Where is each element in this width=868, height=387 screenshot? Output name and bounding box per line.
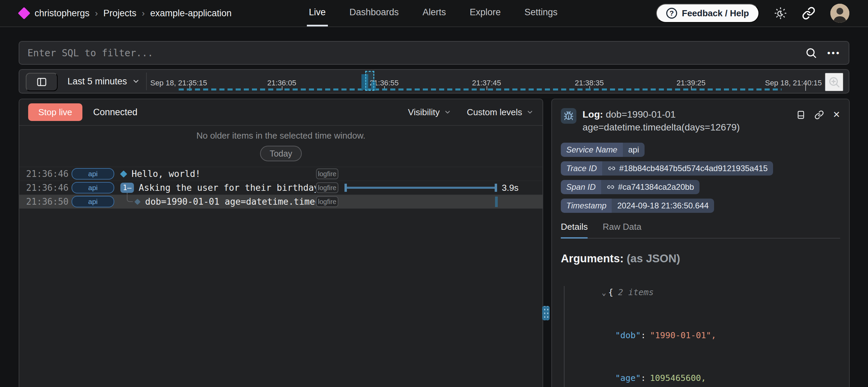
live-panel-header: Stop live Connected Visibility Custom le… bbox=[19, 99, 542, 126]
duration-zone bbox=[340, 195, 542, 208]
service-tag[interactable]: api bbox=[72, 196, 114, 207]
log-rows: 21:36:46 api Hello, world! logfire 21:36… bbox=[19, 167, 542, 209]
logfire-app: christophergs › Projects › example-appli… bbox=[0, 0, 868, 387]
timestamp-pill: Timestamp 2024-09-18 21:36:50.644 bbox=[561, 199, 714, 213]
span-collapse-badge[interactable]: 1– bbox=[120, 183, 134, 193]
pill-label: Service Name bbox=[561, 143, 623, 157]
duration-zone bbox=[340, 167, 542, 181]
trace-id-pill[interactable]: Trace ID #18b84cb4847b5d574c4ad9121935a4… bbox=[561, 161, 773, 176]
tab-details[interactable]: Details bbox=[561, 222, 588, 239]
breadcrumb-projects[interactable]: Projects bbox=[103, 8, 137, 19]
log-timestamp: 21:36:50 bbox=[26, 197, 72, 207]
chevron-down-icon bbox=[132, 77, 140, 85]
feedback-help-button[interactable]: ? Feedback / Help bbox=[656, 4, 759, 23]
pill-label: Trace ID bbox=[561, 161, 602, 176]
time-range-select[interactable]: Last 5 minutes bbox=[67, 70, 140, 93]
json-key: "age" bbox=[615, 373, 640, 383]
pill-label: Span ID bbox=[561, 180, 601, 194]
log-instant-tick[interactable] bbox=[495, 197, 498, 207]
service-name-pill: Service Name api bbox=[561, 143, 645, 157]
sql-filter-bar: ••• bbox=[19, 41, 849, 65]
service-tag[interactable]: api bbox=[72, 168, 114, 180]
service-tag[interactable]: api bbox=[72, 182, 114, 194]
visibility-dropdown[interactable]: Visibility bbox=[408, 107, 451, 118]
pill-label: Timestamp bbox=[561, 199, 612, 213]
json-open-brace: { bbox=[608, 287, 613, 297]
json-entry: "age":1095465600, bbox=[561, 357, 840, 387]
log-message: Hello, world! bbox=[132, 169, 201, 179]
timeline-selection-window[interactable] bbox=[365, 71, 374, 91]
tab-live[interactable]: Live bbox=[307, 0, 328, 26]
log-message: Asking the user for their birthday bbox=[139, 183, 316, 193]
logfire-logo-icon[interactable] bbox=[18, 7, 31, 20]
log-row[interactable]: 21:36:46 api 1– Asking the user for thei… bbox=[19, 181, 542, 195]
json-key: "dob" bbox=[615, 330, 640, 340]
timeline-tick-label: Sep 18, 21:40:15 bbox=[765, 79, 822, 87]
bug-icon bbox=[561, 108, 576, 124]
json-items-note: 2 items bbox=[618, 287, 654, 297]
link-icon bbox=[608, 164, 616, 172]
tab-dashboards[interactable]: Dashboards bbox=[348, 0, 401, 26]
stop-live-button[interactable]: Stop live bbox=[28, 103, 82, 121]
logfire-badge: logfire bbox=[316, 182, 338, 193]
connection-status: Connected bbox=[93, 107, 138, 118]
breadcrumb-user[interactable]: christophergs bbox=[35, 8, 90, 19]
timeline-tick bbox=[805, 83, 806, 91]
panel-resize-handle[interactable] bbox=[542, 306, 550, 320]
breadcrumb: christophergs › Projects › example-appli… bbox=[0, 0, 232, 26]
theme-toggle-icon[interactable] bbox=[774, 7, 787, 20]
today-button[interactable]: Today bbox=[260, 146, 302, 161]
question-icon: ? bbox=[666, 8, 677, 19]
timeline-tick-label: Sep 18, 21:35:15 bbox=[150, 79, 207, 87]
zoom-in-icon[interactable] bbox=[825, 73, 843, 91]
log-row-selected[interactable]: 21:36:50 api dob=1990-01-01 age=datetime… bbox=[19, 195, 542, 209]
span-duration-bar[interactable] bbox=[344, 187, 497, 189]
breadcrumb-separator: › bbox=[142, 8, 145, 19]
time-range-label: Last 5 minutes bbox=[67, 76, 127, 87]
span-id-value: #ca741384ca2a20bb bbox=[618, 182, 694, 192]
live-view-panel: Stop live Connected Visibility Custom le… bbox=[19, 99, 543, 387]
search-icon[interactable] bbox=[805, 47, 817, 59]
dock-panel-icon[interactable] bbox=[796, 110, 806, 120]
no-older-items-message: No older items in the selected time wind… bbox=[19, 130, 542, 141]
share-link-icon[interactable] bbox=[802, 6, 815, 20]
timeline-activity-line[interactable] bbox=[179, 88, 782, 90]
tree-connector bbox=[127, 195, 133, 202]
toggle-sidebar-button[interactable] bbox=[26, 73, 58, 91]
sql-filter-input[interactable] bbox=[27, 47, 805, 59]
breadcrumb-project-name[interactable]: example-application bbox=[150, 8, 232, 19]
log-message: dob=1990-01-01 age=datetime.timede bbox=[145, 197, 316, 207]
detail-header: Log: dob=1990-01-01 age=datetime.timedel… bbox=[561, 108, 840, 134]
tab-raw-data[interactable]: Raw Data bbox=[603, 222, 641, 239]
log-timestamp: 21:36:46 bbox=[26, 183, 72, 193]
arguments-json-viewer: ⌄{2 items "dob":"1990-01-01", "age":1095… bbox=[561, 271, 840, 387]
tab-alerts[interactable]: Alerts bbox=[420, 0, 448, 26]
trace-id-value: #18b84cb4847b5d574c4ad9121935a415 bbox=[619, 164, 768, 173]
user-avatar[interactable] bbox=[830, 4, 849, 23]
breadcrumb-separator: › bbox=[95, 8, 98, 19]
tab-explore[interactable]: Explore bbox=[468, 0, 503, 26]
detail-title-text: dob=1990-01-01 age=datetime.timedelta(da… bbox=[583, 109, 740, 133]
custom-levels-label: Custom levels bbox=[467, 107, 522, 118]
top-nav: christophergs › Projects › example-appli… bbox=[0, 0, 868, 27]
close-icon[interactable]: ✕ bbox=[833, 110, 840, 119]
more-options-icon[interactable]: ••• bbox=[827, 48, 841, 57]
log-detail-panel: Log: dob=1990-01-01 age=datetime.timedel… bbox=[551, 99, 850, 387]
custom-levels-dropdown[interactable]: Custom levels bbox=[467, 107, 534, 118]
log-timestamp: 21:36:46 bbox=[26, 169, 72, 179]
log-diamond-icon bbox=[120, 170, 127, 177]
detail-title: Log: dob=1990-01-01 age=datetime.timedel… bbox=[583, 108, 786, 134]
timeline-divider bbox=[146, 73, 147, 90]
log-row[interactable]: 21:36:46 api Hello, world! logfire bbox=[19, 167, 542, 181]
collapse-caret-icon[interactable]: ⌄ bbox=[601, 288, 606, 297]
chevron-down-icon bbox=[444, 108, 451, 116]
span-duration-label: 3.9s bbox=[502, 183, 518, 193]
json-value: 1095465600, bbox=[650, 373, 706, 383]
nav-right: ? Feedback / Help bbox=[656, 0, 849, 26]
span-id-pill[interactable]: Span ID #ca741384ca2a20bb bbox=[561, 180, 699, 194]
timeline-bar: Last 5 minutes Sep 18, 21:35:15 21:36:05… bbox=[19, 69, 849, 94]
copy-link-icon[interactable] bbox=[814, 110, 824, 120]
tab-settings[interactable]: Settings bbox=[522, 0, 560, 26]
detail-tabs: Details Raw Data bbox=[561, 222, 840, 239]
link-icon bbox=[607, 183, 615, 191]
